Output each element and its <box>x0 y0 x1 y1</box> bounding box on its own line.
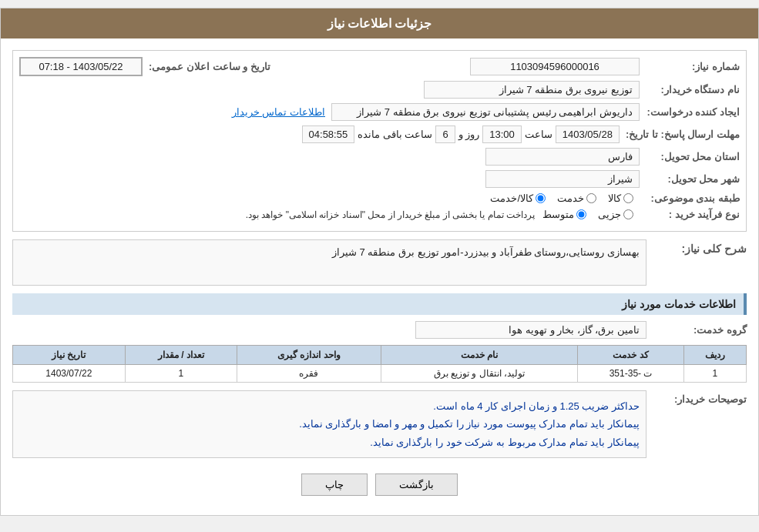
city-value: شیراز <box>485 170 640 188</box>
table-header-name: نام خدمت <box>381 346 578 365</box>
process-option-motavaset[interactable]: متوسط <box>542 209 586 220</box>
deadline-label: مهلت ارسال پاسخ: تا تاریخ: <box>620 129 740 140</box>
print-button[interactable]: چاپ <box>301 473 368 496</box>
process-radio-group: جزیی متوسط <box>542 209 633 220</box>
table-cell-code: ت -35-351 <box>578 365 683 383</box>
deadline-days: 6 <box>435 125 455 143</box>
service-group-label: گروه خدمت: <box>646 324 747 336</box>
deadline-days-label: روز و <box>458 129 480 140</box>
category-label-khedmat: خدمت <box>557 192 584 204</box>
requester-label: ایجاد کننده درخواست: <box>640 106 740 118</box>
category-radio-group: کالا خدمت کالا/خدمت <box>490 192 633 204</box>
province-label: استان محل تحویل: <box>640 151 740 162</box>
need-number-value: 1103094596000016 <box>470 58 640 75</box>
table-cell-name: تولید، انتقال و توزیع برق <box>381 365 578 383</box>
requester-value: داریوش ابراهیمی رئیس پشتیبانی توزیع نیرو… <box>331 103 640 121</box>
buyer-value: توزیع نیروی برق منطقه 7 شیراز <box>424 81 640 99</box>
category-label-kala: کالا <box>608 192 621 204</box>
category-label: طبقه بندی موضوعی: <box>640 192 740 204</box>
category-option-khedmat[interactable]: خدمت <box>557 192 596 204</box>
table-header-date: تاریخ نیاز <box>13 346 126 365</box>
deadline-remaining-label: ساعت باقی مانده <box>358 129 432 140</box>
buyer-label: نام دستگاه خریدار: <box>640 84 740 95</box>
buyer-notes-box: حداکثر ضریب 1.25 و زمان اجرای کار 4 ماه … <box>12 390 646 458</box>
buyer-notes-line: پیمانکار باید تمام مدارک پیوست مورد نیاز… <box>19 415 640 433</box>
need-description-box: بهسازی روستایی،روستای طفرآباد و بیدزرد-ا… <box>12 239 646 286</box>
process-label-motavaset: متوسط <box>542 209 574 220</box>
buttons-row: بازگشت چاپ <box>12 466 747 504</box>
city-label: شهر محل تحویل: <box>640 173 740 185</box>
need-number-label: شماره نیاز: <box>640 61 740 72</box>
buyer-notes-line: پیمانکار باید تمام مدارک مربوط به شرکت خ… <box>19 433 640 451</box>
category-radio-khedmat[interactable] <box>586 193 596 203</box>
table-header-unit: واحد اندازه گیری <box>237 346 381 365</box>
services-table: ردیف کد خدمت نام خدمت واحد اندازه گیری ت… <box>12 345 747 383</box>
page-title: جزئیات اطلاعات نیاز <box>1 8 758 38</box>
table-header-code: کد خدمت <box>578 346 683 365</box>
deadline-remaining: 04:58:55 <box>302 125 355 143</box>
table-cell-unit: فقره <box>237 365 381 383</box>
need-description-label: شرح کلی نیاز: <box>646 239 747 255</box>
table-header-row: ردیف <box>683 346 746 365</box>
deadline-date: 1403/05/28 <box>556 125 620 143</box>
table-cell-quantity: 1 <box>125 365 237 383</box>
services-section-header: اطلاعات خدمات مورد نیاز <box>12 293 747 315</box>
process-label-jozi: جزیی <box>598 209 621 220</box>
back-button[interactable]: بازگشت <box>375 473 458 496</box>
table-header-qty: تعداد / مقدار <box>125 346 237 365</box>
process-radio-motavaset[interactable] <box>576 209 586 219</box>
process-radio-jozi[interactable] <box>623 209 633 219</box>
table-row: 1ت -35-351تولید، انتقال و توزیع برقفقره1… <box>13 365 747 383</box>
process-option-jozi[interactable]: جزیی <box>598 209 633 220</box>
category-radio-kala[interactable] <box>623 193 633 203</box>
deadline-time: 13:00 <box>482 125 522 143</box>
deadline-time-label: ساعت <box>525 129 552 140</box>
announce-value: 1403/05/22 - 07:18 <box>19 57 143 76</box>
process-label: نوع فرآیند خرید : <box>640 209 740 220</box>
table-cell-row: 1 <box>683 365 746 383</box>
category-label-kala-khedmat: کالا/خدمت <box>490 192 533 204</box>
table-cell-date: 1403/07/22 <box>13 365 126 383</box>
buyer-notes-line: حداکثر ضریب 1.25 و زمان اجرای کار 4 ماه … <box>19 397 640 415</box>
category-option-kala[interactable]: کالا <box>608 192 633 204</box>
requester-contact-link[interactable]: اطلاعات تماس خریدار <box>232 106 325 118</box>
buyer-notes-label: توصیحات خریدار: <box>646 390 747 405</box>
service-group-value: تامین برق، گاز، بخار و تهویه هوا <box>415 321 646 339</box>
province-value: فارس <box>485 148 640 166</box>
category-radio-kala-khedmat[interactable] <box>536 193 546 203</box>
need-description-text: بهسازی روستایی،روستای طفرآباد و بیدزرد-ا… <box>332 246 640 258</box>
category-option-kala-khedmat[interactable]: کالا/خدمت <box>490 192 546 204</box>
process-note: پرداخت تمام یا بخشی از مبلغ خریدار از مح… <box>246 209 535 220</box>
announce-label: تاریخ و ساعت اعلان عمومی: <box>143 61 270 72</box>
